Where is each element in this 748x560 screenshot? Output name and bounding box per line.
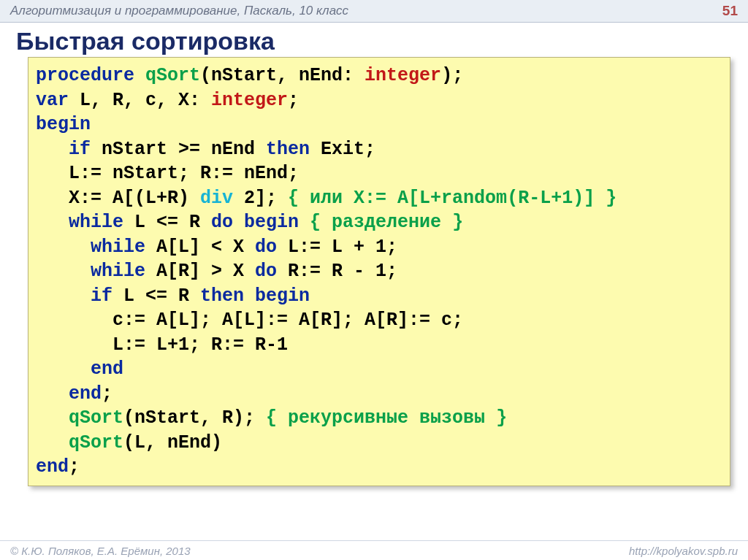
code-box: procedure qSort(nStart, nEnd: integer); … bbox=[28, 57, 730, 486]
page-title: Быстрая сортировка bbox=[0, 23, 748, 57]
breadcrumb: Алгоритмизация и программирование, Паска… bbox=[10, 4, 348, 18]
header-bar: Алгоритмизация и программирование, Паска… bbox=[0, 0, 748, 23]
footer-url: http://kpolyakov.spb.ru bbox=[629, 545, 738, 557]
footer-bar: © К.Ю. Поляков, Е.А. Ерёмин, 2013 http:/… bbox=[0, 540, 748, 560]
footer-copyright: © К.Ю. Поляков, Е.А. Ерёмин, 2013 bbox=[10, 545, 191, 557]
page-number: 51 bbox=[722, 3, 738, 19]
code-listing: procedure qSort(nStart, nEnd: integer); … bbox=[36, 64, 722, 480]
